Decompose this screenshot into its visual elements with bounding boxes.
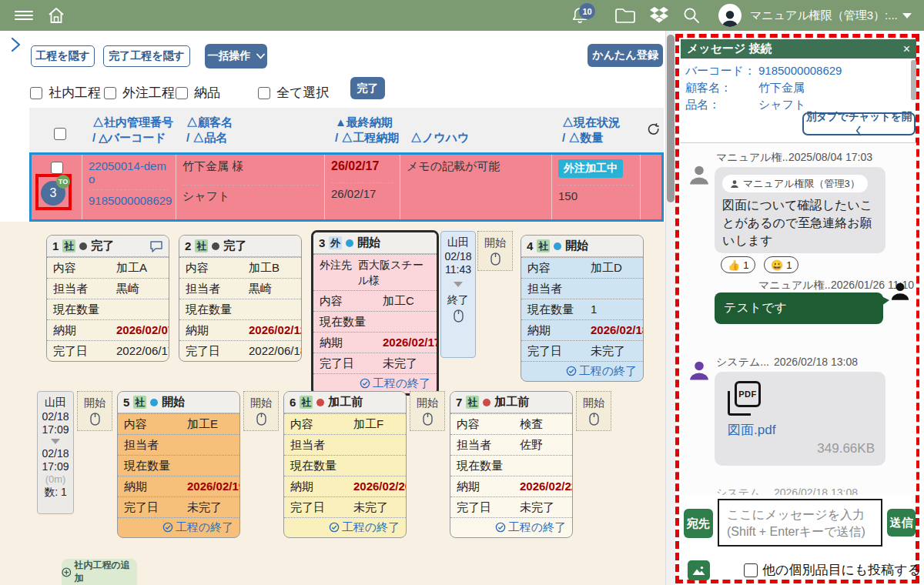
search-icon[interactable] — [679, 0, 704, 31]
col-due[interactable]: ▲最終納期/ △工程納期 — [327, 108, 403, 152]
complete-button[interactable]: 完了 — [350, 77, 385, 99]
end-process-link[interactable]: 工程の終了 — [521, 361, 643, 381]
checkbox[interactable] — [744, 563, 758, 577]
message-bubble: マニュアル権限（管理3） 図面について確認したいことがあるので至急連絡お願いしま… — [715, 167, 886, 253]
card-status: 完了 — [223, 239, 246, 253]
col-knowhow[interactable]: △ノウハウ — [403, 108, 554, 152]
end-process-label: 工程の終了 — [373, 376, 430, 389]
due-date-value: 2026/02/19 — [187, 479, 240, 494]
mouse-icon[interactable] — [454, 309, 464, 325]
field-value: 加工B — [249, 260, 280, 276]
post-to-other-items-checkbox[interactable]: 他の個別品目にも投稿する — [744, 561, 921, 579]
thumbsup-emoji: 👍 — [728, 259, 740, 271]
due-date-value: 2026/02/17 — [383, 335, 439, 350]
card-status: 開始 — [357, 236, 380, 250]
filter-delivery[interactable]: 納品 — [176, 84, 220, 102]
message-sender: マニュアル権... — [758, 279, 833, 292]
end-process-link[interactable]: 工程の終了 — [450, 517, 572, 537]
file-link[interactable]: 図面.pdf — [728, 421, 775, 439]
checkbox[interactable] — [104, 87, 116, 99]
end-process-label: 工程の終了 — [342, 520, 400, 533]
user-menu-caret-icon[interactable] — [898, 0, 916, 31]
start-process-button[interactable]: 開始 — [576, 391, 611, 431]
attach-image-button[interactable] — [688, 560, 710, 580]
start-process-button[interactable]: 開始 — [243, 391, 279, 431]
recipient-button[interactable]: 宛先 — [684, 509, 713, 538]
reaction-smile[interactable]: 😀1 — [764, 256, 798, 273]
card-type-badge: 社 — [62, 239, 75, 252]
hide-process-button[interactable]: 工程を隠す — [31, 45, 95, 67]
barcode-link[interactable]: 9185000008629 — [89, 194, 169, 207]
checkbox[interactable] — [30, 87, 42, 99]
process-card-6[interactable]: 6 社 加工前 内容加工F 担当者 現在数量 納期2026/02/20 完了日未… — [283, 391, 407, 538]
process-card-3-selected[interactable]: 3 外 開始 外注先西大阪スチール様 内容加工C 現在数量 納期2026/02/… — [311, 230, 439, 396]
col-customer[interactable]: △顧客名/ △品名 — [179, 108, 327, 152]
image-icon — [691, 565, 706, 577]
reaction-count: 1 — [786, 259, 792, 271]
panel-scrollbar-thumb[interactable] — [911, 60, 916, 100]
hide-completed-button[interactable]: 完了工程を隠す — [103, 45, 190, 67]
reaction-thumbsup[interactable]: 👍1 — [721, 256, 755, 273]
field-label: 完了日 — [457, 500, 520, 515]
due-date-value: 2026/02/07 — [116, 323, 169, 338]
col-status[interactable]: △現在状況/ △数量 — [554, 108, 643, 152]
refresh-icon[interactable] — [643, 108, 664, 152]
col-mgmt-no[interactable]: △社内管理番号/ △バーコード — [85, 108, 179, 152]
chat-message-list[interactable]: マニュアル権... 2025/08/04 17:03 マニュアル権限（管理3） … — [681, 142, 916, 495]
field-label: 現在数量 — [124, 458, 187, 473]
user-avatar[interactable] — [716, 0, 744, 31]
select-all-checkbox[interactable]: 全て選択 — [258, 84, 329, 102]
field-value: 加工E — [187, 416, 218, 432]
main-scrollbar-thumb[interactable] — [667, 35, 675, 202]
status-badge: 外注加工中 — [558, 159, 623, 178]
user-menu-label[interactable]: マニュアル権限（管理3）:... — [750, 0, 893, 31]
mgmt-no-link[interactable]: 22050014-demo — [89, 159, 169, 186]
status-dot-done — [212, 242, 219, 250]
field-value: 加工A — [116, 260, 147, 276]
process-card-7[interactable]: 7 社 加工前 内容検査 担当者佐野 現在数量 納期2026/02/22 完了日… — [450, 391, 573, 538]
final-due-date: 26/02/17 — [331, 159, 393, 173]
priority-badge: 3 TO — [35, 174, 72, 210]
field-label: 完了日 — [320, 356, 383, 371]
start-process-button[interactable]: 開始 — [77, 391, 112, 431]
card-type-badge: 社 — [300, 396, 313, 409]
mouse-icon — [589, 413, 599, 428]
end-process-link[interactable]: 工程の終了 — [284, 517, 406, 537]
home-icon[interactable] — [43, 0, 69, 31]
table-header: △社内管理番号/ △バーコード △顧客名/ △品名 ▲最終納期/ △工程納期 △… — [29, 108, 664, 152]
process-card-1[interactable]: 1 社 完了 内容加工A 担当者黒崎 現在数量 納期2026/02/07 完了日… — [46, 235, 169, 362]
easy-register-button[interactable]: かんたん登録 — [588, 44, 663, 67]
message-time: 2026/02/18 13:08 — [774, 486, 858, 495]
dropbox-icon[interactable] — [647, 0, 671, 31]
checkbox[interactable] — [258, 87, 270, 99]
notifications-bell-icon[interactable]: 10 — [568, 0, 591, 31]
hamburger-menu-icon[interactable] — [12, 0, 35, 31]
folder-icon[interactable] — [613, 0, 638, 31]
table-row[interactable]: 3 TO 22050014-demo 9185000008629 竹下金属 様 … — [29, 152, 664, 222]
header-checkbox[interactable] — [54, 128, 66, 140]
end-process-link[interactable]: 工程の終了 — [118, 517, 239, 537]
collapse-chevron-icon[interactable] — [9, 37, 22, 55]
open-chat-new-tab-button[interactable]: 別タブでチャットを開く — [802, 112, 916, 135]
process-card-2[interactable]: 2 社 完了 内容加工B 担当者黒崎 現在数量 納期2026/02/12 完了日… — [179, 235, 302, 362]
chat-bubble-icon[interactable] — [149, 240, 163, 252]
timeline-panel-1: 山田 02/18 11:43 終了 — [440, 231, 476, 358]
message-input[interactable]: ここにメッセージを入力 (Shift + Enterキーで送信) — [718, 499, 882, 547]
app-window: 10 マニュアル権限（管理3）:... 工程を隠す 完了工程を隠す 一括操作 か… — [0, 0, 924, 585]
send-button[interactable]: 送信 — [887, 509, 916, 537]
close-icon[interactable]: × — [903, 42, 910, 56]
start-process-button[interactable]: 開始 — [410, 391, 445, 431]
start-process-button[interactable]: 開始 — [477, 231, 513, 271]
end-action-label[interactable]: 終了 — [447, 293, 469, 307]
field-label: 納期 — [124, 479, 187, 494]
filter-outsourced-process[interactable]: 外注工程 — [104, 84, 175, 102]
add-internal-process-button[interactable]: 社内工程の追加 — [62, 559, 137, 585]
process-card-5[interactable]: 5 社 開始 内容加工E 担当者 現在数量 納期2026/02/19 完了日未完… — [117, 391, 240, 538]
filter-internal-process[interactable]: 社内工程 — [30, 84, 101, 102]
field-label: 納期 — [320, 335, 383, 350]
bulk-action-button[interactable]: 一括操作 — [205, 44, 267, 69]
row-checkbox[interactable] — [51, 162, 63, 174]
process-card-4[interactable]: 4 社 開始 内容加工D 担当者 現在数量1 納期2026/02/18 完了日未… — [521, 235, 644, 382]
person-icon — [730, 179, 739, 189]
checkbox[interactable] — [176, 87, 188, 99]
